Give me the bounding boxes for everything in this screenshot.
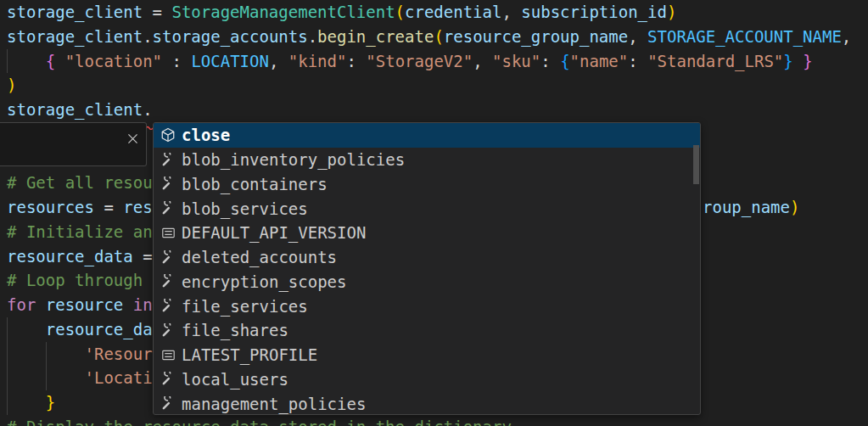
suggestion-label: blob_inventory_policies	[182, 150, 405, 169]
code-token: )	[790, 198, 799, 216]
code-token: .	[143, 100, 152, 119]
code-token: (	[434, 27, 443, 46]
code-line-tail: roup_name)	[703, 195, 799, 220]
code-token: =	[94, 198, 123, 216]
code-token: storage_client	[7, 3, 143, 21]
code-token: 'Resour	[85, 345, 153, 363]
code-token: resource	[46, 295, 124, 314]
code-token: )	[667, 3, 676, 21]
symbol-property-icon	[160, 396, 176, 412]
suggestion-label: file_services	[182, 297, 308, 316]
code-token: )	[7, 76, 16, 94]
code-token: resource_group_name	[444, 27, 628, 46]
code-token: # Display the resource data stored in th…	[7, 418, 512, 426]
suggestion-list: closeblob_inventory_policiesblob_contain…	[154, 123, 700, 415]
indent-guide	[7, 49, 8, 74]
code-token: resource_data	[7, 247, 133, 266]
code-token: :	[162, 52, 191, 70]
vscode-editor-screen: { "colors": { "editor_bg": "#1f1f1f", "s…	[0, 0, 868, 426]
close-icon[interactable]	[126, 132, 139, 145]
code-line[interactable]: storage_client.storage_accounts.begin_cr…	[7, 25, 851, 49]
symbol-property-icon	[160, 249, 176, 265]
code-token: # Loop through	[7, 271, 153, 289]
code-token: {	[560, 52, 569, 70]
code-token	[7, 52, 46, 70]
code-token: begin_create	[317, 27, 434, 46]
code-token: resources	[7, 198, 94, 216]
code-token: ,	[501, 3, 521, 21]
code-token: :	[540, 52, 560, 70]
code-token: ,	[842, 27, 851, 46]
code-line[interactable]: )	[7, 73, 16, 98]
code-token: res	[123, 198, 152, 216]
suggestion-label: DEFAULT_API_VERSION	[182, 223, 366, 242]
suggestion-label: encryption_scopes	[182, 272, 346, 291]
code-token: subscription_id	[521, 3, 667, 21]
code-token: .	[308, 27, 317, 46]
code-line[interactable]: }	[7, 390, 55, 415]
code-token: }	[46, 393, 55, 412]
code-token: storage_accounts	[153, 27, 308, 46]
code-line[interactable]: 'Resour	[7, 342, 153, 367]
code-token: .	[143, 27, 152, 46]
suggestion-item-management_policies[interactable]: management_policies	[154, 391, 700, 415]
code-token: (	[395, 3, 405, 21]
suggestion-label: close	[182, 126, 230, 144]
suggestion-item-encryption_scopes[interactable]: encryption_scopes	[154, 270, 700, 294]
suggestion-label: LATEST_PROFILE	[182, 345, 317, 364]
code-token: # Initialize an	[7, 222, 153, 241]
code-token: resource_da	[46, 320, 153, 339]
symbol-property-icon	[160, 372, 176, 387]
symbol-property-icon	[160, 322, 176, 338]
code-token: ,	[628, 27, 647, 46]
code-line[interactable]: resources = res	[7, 195, 153, 220]
code-token: roup_name	[703, 198, 790, 216]
code-token	[7, 393, 46, 412]
code-line[interactable]: for resource in	[7, 293, 153, 317]
editor-hover-widget	[0, 122, 147, 166]
code-token: StorageManagementClient	[171, 3, 395, 21]
code-token	[36, 295, 45, 314]
suggestion-label: management_policies	[182, 395, 366, 413]
suggestion-item-local_users[interactable]: local_users	[154, 367, 700, 392]
code-token: {	[46, 52, 65, 70]
code-token: =	[143, 3, 171, 21]
indent-guide	[7, 317, 8, 415]
code-line[interactable]: # Initialize an	[7, 220, 153, 244]
suggestion-item-blob_containers[interactable]: blob_containers	[154, 172, 700, 197]
code-line[interactable]: { "location" : LOCATION, "kind": "Storag…	[7, 49, 813, 74]
suggestion-item-DEFAULT_API_VERSION[interactable]: DEFAULT_API_VERSION	[154, 221, 700, 245]
suggestion-label: local_users	[182, 370, 288, 389]
suggestion-item-close[interactable]: close	[154, 123, 700, 148]
code-line[interactable]: resource_da	[7, 317, 153, 342]
autocomplete-dropdown: closeblob_inventory_policiesblob_contain…	[153, 122, 701, 415]
suggestion-item-file_services[interactable]: file_services	[154, 294, 700, 318]
symbol-property-icon	[160, 274, 176, 289]
code-token: :	[346, 52, 366, 70]
suggestion-item-file_shares[interactable]: file_shares	[154, 318, 700, 343]
suggestion-item-deleted_accounts[interactable]: deleted_accounts	[154, 245, 700, 270]
code-token: =	[133, 247, 153, 266]
suggestion-label: blob_containers	[182, 175, 328, 193]
code-line[interactable]: # Loop through	[7, 268, 153, 293]
code-token: credential	[405, 3, 501, 21]
code-token: "name"	[570, 52, 629, 70]
code-token: "location"	[65, 52, 162, 70]
symbol-property-icon	[160, 177, 176, 192]
code-token: # Get all resou	[7, 173, 153, 192]
symbol-constant-icon	[160, 347, 176, 362]
code-line[interactable]: storage_client.	[7, 98, 153, 122]
code-token: "sku"	[492, 52, 540, 70]
code-line[interactable]: resource_data =	[7, 244, 153, 269]
suggestion-item-blob_services[interactable]: blob_services	[154, 196, 700, 221]
code-line[interactable]: # Get all resou	[7, 171, 153, 195]
suggestion-item-blob_inventory_policies[interactable]: blob_inventory_policies	[154, 148, 700, 172]
code-line[interactable]: storage_client = StorageManagementClient…	[7, 0, 676, 25]
suggestion-item-LATEST_PROFILE[interactable]: LATEST_PROFILE	[154, 343, 700, 367]
code-line[interactable]: # Display the resource data stored in th…	[7, 415, 512, 426]
suggest-scrollbar[interactable]	[693, 145, 699, 184]
code-token: "Standard_LRS"	[647, 52, 783, 70]
code-line[interactable]: 'Locati	[7, 366, 153, 390]
code-token: storage_client	[7, 27, 143, 46]
code-token	[793, 52, 803, 70]
